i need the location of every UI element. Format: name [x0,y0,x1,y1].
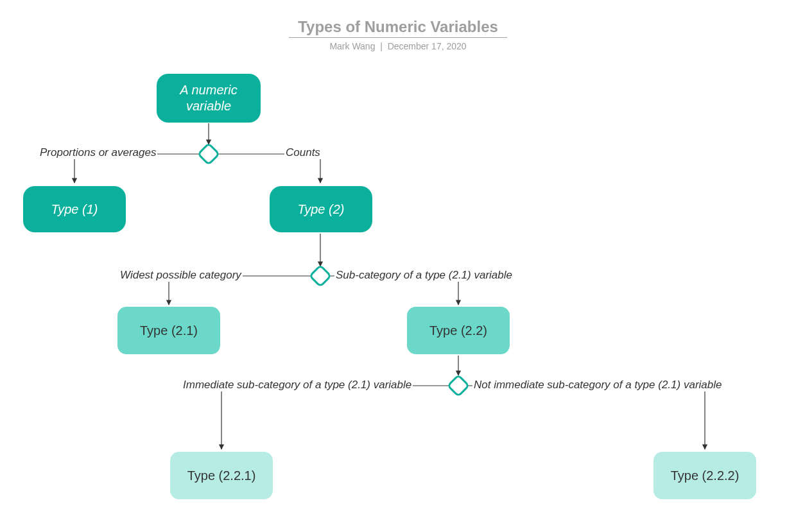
node-type21: Type (2.1) [117,307,220,354]
gateway-icon [447,374,471,398]
diagram-subtitle: Mark Wang | December 17, 2020 [0,41,796,51]
gateway-icon [309,264,333,288]
diagram-title: Types of Numeric Variables [0,18,796,36]
separator: | [377,41,387,51]
node-type221: Type (2.2.1) [170,452,273,499]
title-underline [289,37,507,38]
edge-label-immediate: Immediate sub-category of a type (2.1) v… [182,379,413,391]
date-label: December 17, 2020 [388,41,467,51]
edge-label-widest: Widest possible category [119,269,243,282]
node-type22: Type (2.2) [407,307,510,354]
node-root: A numeric variable [157,74,261,123]
node-type1: Type (1) [23,186,126,232]
node-type222: Type (2.2.2) [653,452,756,499]
node-type2: Type (2) [270,186,372,232]
author-label: Mark Wang [329,41,375,51]
gateway-icon [197,142,221,166]
edge-label-subcat: Sub-category of a type (2.1) variable [334,269,514,282]
edge-label-not-immediate: Not immediate sub-category of a type (2.… [472,379,723,391]
edge-label-proportions: Proportions or averages [39,146,157,159]
edge-label-counts: Counts [284,146,322,159]
